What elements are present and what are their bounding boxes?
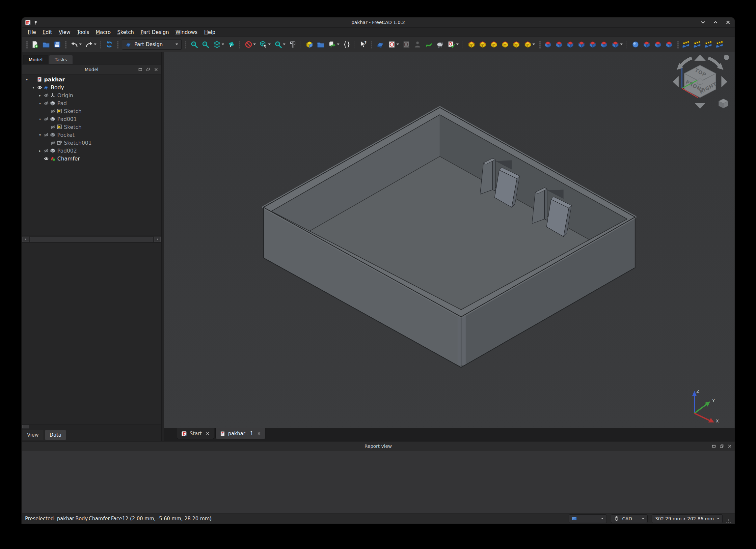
tree-item-pad001[interactable]: ▾Pad001 <box>22 115 161 123</box>
expander-closed[interactable]: ▸ <box>37 149 43 152</box>
additive-loft-button[interactable] <box>488 39 499 50</box>
minimize-button[interactable] <box>700 19 706 26</box>
visibility-eye-off-icon[interactable] <box>43 101 49 106</box>
polar-pattern-button[interactable] <box>703 39 714 50</box>
3d-viewport[interactable]: TOP FRONT RIGHT Z <box>164 52 735 428</box>
tree-horizontal-scrollbar[interactable] <box>22 236 161 242</box>
revolution-button[interactable] <box>477 39 488 50</box>
draw-style-combo[interactable] <box>569 514 607 523</box>
tree-item-sketch[interactable]: Sketch <box>22 107 161 115</box>
multitransform-button[interactable] <box>714 39 725 50</box>
expander-open[interactable]: ▾ <box>37 117 43 121</box>
whats-this-button[interactable] <box>358 39 369 50</box>
pocket-button[interactable] <box>542 39 553 50</box>
menu-help[interactable]: Help <box>201 29 219 36</box>
visibility-eye-off-icon[interactable] <box>43 117 49 122</box>
expander-open[interactable]: ▾ <box>37 101 43 105</box>
subtractive-box-button[interactable] <box>609 39 624 50</box>
save-file-button[interactable] <box>52 39 63 50</box>
menu-part-design[interactable]: Part Design <box>137 29 172 36</box>
mdi-tab-start[interactable]: Start <box>177 428 214 439</box>
validate-sketch-button[interactable] <box>445 39 460 50</box>
expander-closed[interactable]: ▸ <box>37 94 43 97</box>
zoom-tools-button[interactable] <box>272 39 287 50</box>
panel-undock-icon[interactable] <box>146 68 150 71</box>
additive-helix-button[interactable] <box>511 39 522 50</box>
mini-cube-icon[interactable] <box>719 99 728 108</box>
scroll-thumb[interactable] <box>30 237 153 242</box>
sync-view-button[interactable] <box>226 39 237 50</box>
tab-close-icon[interactable] <box>205 431 210 436</box>
navigation-cube[interactable]: TOP FRONT RIGHT <box>669 53 731 110</box>
create-sketch-button[interactable] <box>386 39 401 50</box>
visibility-eye-off-icon[interactable] <box>43 93 49 98</box>
maximize-button[interactable] <box>712 19 719 26</box>
subtractive-loft-button[interactable] <box>576 39 587 50</box>
menu-tools[interactable]: Tools <box>74 29 93 36</box>
tab-close-icon[interactable] <box>257 431 261 436</box>
tab-view[interactable]: View <box>22 430 43 440</box>
scroll-right-arrow[interactable] <box>154 236 161 242</box>
refresh-button[interactable] <box>104 39 115 50</box>
tree-item-body[interactable]: ▾Body <box>22 83 161 91</box>
workbench-selector[interactable]: Part Design <box>122 39 182 50</box>
menu-view[interactable]: View <box>55 29 74 36</box>
scroll-left-arrow[interactable] <box>22 236 29 242</box>
additive-box-button[interactable] <box>522 39 537 50</box>
tab-data[interactable]: Data <box>45 430 67 440</box>
report-undock-icon[interactable] <box>720 444 724 448</box>
tree-item-pad[interactable]: ▾Pad <box>22 99 161 107</box>
fit-selection-button[interactable] <box>200 39 211 50</box>
panel-float-icon[interactable] <box>138 68 142 71</box>
make-link-button[interactable] <box>326 39 341 50</box>
chamfer-button[interactable] <box>641 39 652 50</box>
view-dimensions-combo[interactable]: 302.29 mm x 202.86 mm <box>652 514 723 523</box>
visibility-eye-off-icon[interactable] <box>43 148 49 153</box>
thickness-button[interactable] <box>663 39 675 50</box>
pad-button[interactable] <box>466 39 477 50</box>
dock-splitter[interactable] <box>161 52 164 441</box>
draw-style-button[interactable] <box>243 39 257 50</box>
undo-button[interactable] <box>68 39 83 50</box>
close-button[interactable] <box>725 19 731 26</box>
linear-pattern-button[interactable] <box>691 39 703 50</box>
tab-model[interactable]: Model <box>23 55 48 64</box>
create-body-button[interactable] <box>375 39 386 50</box>
visibility-eye-off-icon[interactable] <box>43 132 49 137</box>
shape-binder-button[interactable] <box>434 39 445 50</box>
fit-all-button[interactable] <box>189 39 200 50</box>
expander-open[interactable]: ▾ <box>37 133 43 137</box>
tree-item-pad002[interactable]: ▸Pad002 <box>22 147 161 154</box>
tab-tasks[interactable]: Tasks <box>49 55 73 64</box>
tree-item-pocket[interactable]: ▾Pocket <box>22 131 161 139</box>
visibility-eye-off-icon[interactable] <box>49 140 56 145</box>
property-splitter[interactable] <box>22 424 161 429</box>
report-float-icon[interactable] <box>712 444 716 448</box>
report-close-icon[interactable] <box>728 444 732 448</box>
additive-pipe-button[interactable] <box>499 39 511 50</box>
menu-file[interactable]: File <box>24 29 39 36</box>
visibility-eye-icon[interactable] <box>43 156 49 161</box>
tree-item-origin[interactable]: ▸Origin <box>22 91 161 99</box>
menu-edit[interactable]: Edit <box>39 29 55 36</box>
pin-icon[interactable] <box>33 20 38 25</box>
isometric-view-button[interactable] <box>211 39 226 50</box>
model-tray[interactable] <box>263 107 635 368</box>
create-part-button[interactable] <box>304 39 315 50</box>
visibility-eye-icon[interactable] <box>36 85 43 90</box>
menu-windows[interactable]: Windows <box>172 29 201 36</box>
expander-open[interactable]: ▾ <box>31 86 36 89</box>
subtractive-helix-button[interactable] <box>598 39 609 50</box>
box-element-selection-button[interactable] <box>257 39 272 50</box>
resize-grip[interactable] <box>726 518 731 524</box>
measure-button[interactable] <box>287 39 298 50</box>
create-group-button[interactable] <box>315 39 326 50</box>
menu-sketch[interactable]: Sketch <box>114 29 137 36</box>
mirrored-button[interactable] <box>680 39 691 50</box>
open-file-button[interactable] <box>41 39 52 50</box>
tree-item-sketch001[interactable]: Sketch001 <box>22 139 161 147</box>
groove-button[interactable] <box>565 39 576 50</box>
expander-open[interactable]: ▾ <box>24 78 30 81</box>
tree-item-chamfer[interactable]: Chamfer <box>22 154 161 162</box>
macros-button[interactable] <box>341 39 352 50</box>
